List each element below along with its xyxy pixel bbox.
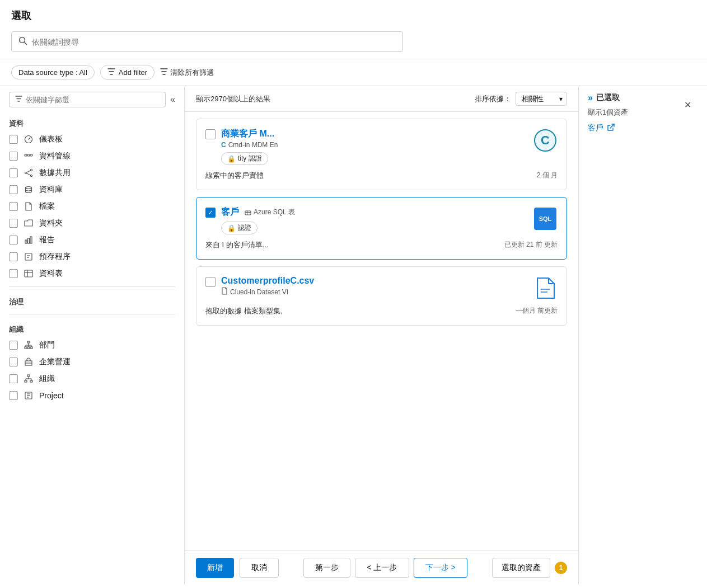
sidebar-checkbox-table[interactable]	[9, 269, 18, 278]
sidebar-section-governance: 治理	[0, 291, 184, 309]
sidebar-item-label: 檔案	[39, 201, 55, 211]
clear-filters-button[interactable]: 清除所有篩選	[160, 68, 214, 78]
sidebar-item-share[interactable]: 數據共用	[0, 164, 184, 181]
sidebar-item-label: 資料庫	[39, 185, 63, 195]
card3-source-file-icon	[221, 287, 228, 297]
project-icon	[24, 391, 34, 401]
sidebar-section-title-governance: 治理	[0, 291, 184, 309]
btn-next[interactable]: 下一步 >	[414, 558, 467, 578]
sidebar-checkbox-procedure[interactable]	[9, 252, 18, 261]
sidebar-item-project[interactable]: Project	[0, 387, 184, 404]
sidebar-item-business[interactable]: 企業營運	[0, 354, 184, 370]
procedure-icon	[24, 252, 34, 262]
sidebar-checkbox-database[interactable]	[9, 185, 18, 194]
dashboard-icon	[24, 134, 34, 144]
sidebar-checkbox-pipeline[interactable]	[9, 152, 18, 161]
sidebar-item-pipeline[interactable]: 資料管線	[0, 148, 184, 164]
card1-source: Cmd-in MDM En	[228, 141, 278, 149]
sidebar-filter-icon	[15, 95, 22, 104]
right-panel-item[interactable]: 客戶	[588, 123, 698, 133]
btn-selected-assets[interactable]: 選取的資產	[492, 558, 550, 578]
sidebar-checkbox-dashboard[interactable]	[9, 135, 18, 144]
svg-rect-45	[245, 211, 251, 215]
sidebar-checkbox-share[interactable]	[9, 168, 18, 177]
btn-first[interactable]: 第一步	[303, 558, 350, 578]
svg-rect-25	[27, 347, 30, 349]
card2-type-icon: SQL	[534, 208, 556, 230]
card2-source-tag: Azure SQL 表	[245, 208, 295, 217]
datasource-filter-chip[interactable]: Data source type : All	[11, 65, 95, 79]
card3-time: 一個月 前更新	[516, 306, 558, 316]
sidebar-checkbox-file[interactable]	[9, 202, 18, 211]
selected-badge: 1	[555, 562, 567, 574]
btn-new[interactable]: 新增	[196, 558, 234, 578]
right-panel-title: 已選取	[596, 93, 620, 103]
bottom-bar: 新增 取消 第一步 < 上一步 下一步 > 選取的資產 1	[185, 551, 578, 585]
right-panel-subtitle: 顯示1個資產	[588, 107, 698, 117]
sidebar-item-label: 資料管線	[39, 151, 71, 161]
result-card-2: ✓ 客戶 Azure SQL 表 🔒	[196, 197, 567, 260]
sidebar-checkbox-organization[interactable]	[9, 374, 18, 383]
sidebar-item-organization[interactable]: 組織	[0, 370, 184, 387]
clear-filters-label: 清除所有篩選	[170, 68, 214, 78]
card1-time: 2 個 月	[524, 171, 558, 180]
sidebar-item-file[interactable]: 檔案	[0, 198, 184, 215]
sidebar-filter-input-wrap[interactable]	[9, 92, 166, 107]
sidebar-checkbox-project[interactable]	[9, 391, 18, 400]
page-title: 選取	[11, 10, 31, 21]
card1-checkbox[interactable]	[205, 129, 216, 139]
filter-icon	[107, 68, 115, 77]
card3-checkbox[interactable]	[205, 277, 216, 287]
btn-cancel[interactable]: 取消	[240, 558, 279, 578]
results-inner: 商業客戶 M... C Cmd-in MDM En 🔒 tity 認證	[185, 112, 578, 551]
sidebar-section-title-org: 組織	[0, 319, 184, 337]
svg-rect-26	[30, 347, 32, 349]
btn-prev[interactable]: < 上一步	[355, 558, 409, 578]
sidebar-item-folder[interactable]: 資料夾	[0, 215, 184, 232]
sort-select[interactable]: 相關性 名稱 更新日期	[516, 92, 567, 106]
sidebar-item-table[interactable]: 資料表	[0, 265, 184, 282]
table-icon	[24, 269, 34, 279]
sidebar-checkbox-department[interactable]	[9, 341, 18, 350]
add-filter-button[interactable]: Add filter	[100, 65, 154, 80]
results-header: 顯示2970個以上的結果 排序依據： 相關性 名稱 更新日期	[185, 86, 578, 112]
right-panel-top: » 已選取 ✕	[588, 93, 698, 107]
svg-rect-34	[27, 375, 30, 377]
sidebar-checkbox-report[interactable]	[9, 236, 18, 244]
card1-badge-label: tity 認證	[238, 154, 262, 163]
right-panel-close-button[interactable]: ✕	[684, 100, 691, 110]
sidebar-filter-header: «	[0, 86, 184, 113]
svg-rect-14	[25, 240, 27, 243]
sidebar-divider-1	[9, 286, 175, 287]
pipeline-icon	[24, 151, 34, 161]
filter-bar: Data source type : All Add filter 清除所有篩選	[0, 59, 707, 86]
svg-rect-36	[30, 380, 32, 382]
sidebar-item-report[interactable]: 報告	[0, 232, 184, 248]
sidebar-checkbox-folder[interactable]	[9, 219, 18, 228]
sidebar-item-label: 資料夾	[39, 218, 63, 228]
card2-time: 已更新 21 前 更新	[504, 240, 558, 250]
search-input-wrap[interactable]	[11, 31, 403, 52]
sort-control: 排序依據： 相關性 名稱 更新日期	[475, 92, 567, 106]
sidebar-checkbox-business[interactable]	[9, 357, 18, 366]
card1-type-icon: C	[534, 129, 556, 152]
sidebar-keyword-input[interactable]	[26, 96, 160, 104]
search-input[interactable]	[32, 37, 396, 46]
main-layout: « 資料 儀表板 資料管線	[0, 86, 707, 585]
card2-checkbox[interactable]: ✓	[205, 208, 216, 218]
database-icon	[24, 185, 34, 195]
right-panel-item-label: 客戶	[588, 123, 603, 133]
sidebar-item-department[interactable]: 部門	[0, 337, 184, 354]
share-icon	[24, 168, 34, 178]
svg-rect-24	[25, 347, 27, 349]
sidebar-collapse-button[interactable]: «	[170, 95, 175, 105]
card1-source-icon: C	[221, 141, 226, 149]
svg-line-11	[26, 171, 30, 172]
sidebar-item-database[interactable]: 資料庫	[0, 181, 184, 198]
card2-desc: 來自 I 的客戶清單...	[205, 240, 269, 250]
svg-rect-15	[28, 238, 30, 243]
sidebar-item-dashboard[interactable]: 儀表板	[0, 131, 184, 148]
sidebar-item-procedure[interactable]: 預存程序	[0, 248, 184, 265]
card1-badge-lock-icon: 🔒	[227, 155, 236, 163]
svg-rect-16	[30, 237, 32, 243]
